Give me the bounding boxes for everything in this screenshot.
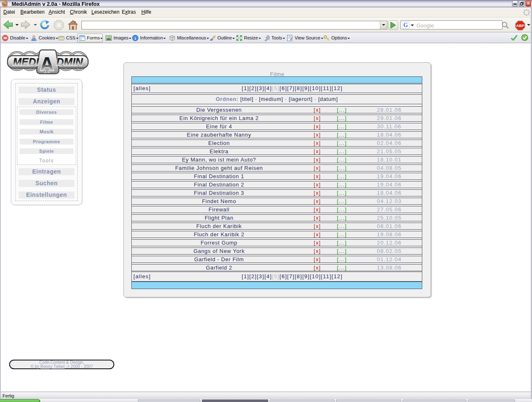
svg-text:DMIN: DMIN — [57, 56, 84, 68]
svg-text:MEDI: MEDI — [13, 56, 39, 68]
svg-text:2.0: 2.0 — [44, 69, 50, 74]
svg-text:ABP: ABP — [516, 24, 524, 28]
